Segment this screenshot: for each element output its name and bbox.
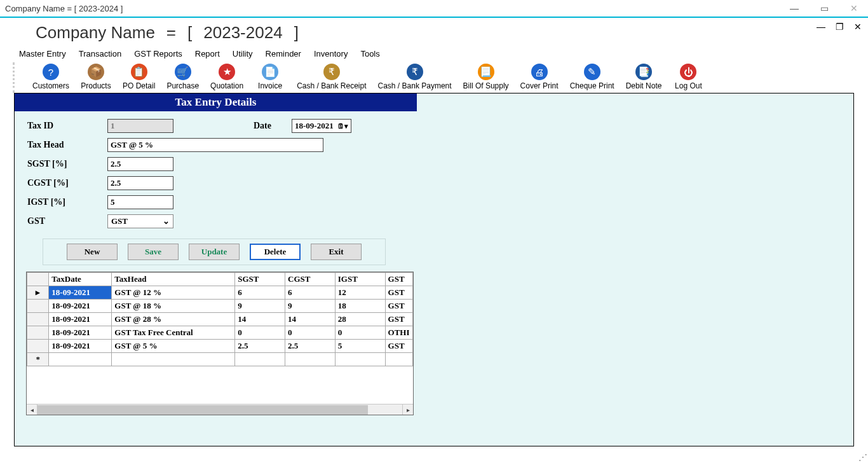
scroll-left-arrow[interactable]: ◂ [27,404,37,415]
cell-taxhead[interactable]: GST Tax Free Central [112,326,235,340]
cgst-input[interactable] [107,176,173,190]
cell-cgst[interactable]: 14 [285,313,336,326]
toolbar-po[interactable]: 📋PO Detail [123,64,155,90]
update-button[interactable]: Update [189,244,240,260]
tax-table[interactable]: TaxDate TaxHead SGST CGST IGST GST ▸18-0… [27,272,413,366]
cell-taxhead[interactable]: GST @ 12 % [112,286,235,300]
toolbar-label: Purchase [166,81,199,90]
cell-taxdate[interactable]: 18-09-2021 [49,300,112,313]
col-cgst[interactable]: CGST [285,273,336,286]
exit-button[interactable]: Exit [311,244,362,260]
date-picker[interactable]: 18-09-2021 🗓▾ [292,119,351,133]
cell-taxhead[interactable]: GST @ 18 % [112,300,235,313]
tax-entry-form: Tax ID Date 18-09-2021 🗓▾ Tax Head SGST … [27,119,409,233]
cell-empty[interactable] [285,353,336,366]
new-button[interactable]: New [67,244,118,260]
save-button[interactable]: Save [128,244,179,260]
calendar-icon[interactable]: 🗓▾ [337,122,348,130]
cell-empty[interactable] [49,353,112,366]
cell-igst[interactable]: 28 [335,313,385,326]
cell-cgst[interactable]: 6 [285,286,336,300]
company-header: Company Name = [ 2023-2024 ] [0,18,868,45]
cell-empty[interactable] [335,353,385,366]
cell-gst[interactable]: OTHI [385,326,412,340]
toolbar-products[interactable]: 📦Products [81,64,111,90]
menu-report[interactable]: Report [195,49,220,59]
toolbar-quotation[interactable]: ★Quotation [210,64,243,90]
cell-igst[interactable]: 0 [335,326,385,340]
inner-close-button[interactable]: ✕ [851,22,864,32]
cell-sgst[interactable]: 0 [235,326,285,340]
toolbar-logout[interactable]: ⏻Log Out [673,64,703,90]
toolbar-purchase[interactable]: 🛒Purchase [166,64,199,90]
menu-gst-reports[interactable]: GST Reports [134,49,182,59]
toolbar-cashreceipt[interactable]: ₹Cash / Bank Receipt [297,64,366,90]
cell-gst[interactable]: GST [385,286,412,300]
table-row[interactable]: ▸18-09-2021GST @ 12 %6612GST [27,286,413,300]
tax-head-input[interactable] [107,138,323,152]
cell-gst[interactable]: GST [385,313,412,326]
cell-igst[interactable]: 18 [335,300,385,313]
sgst-input[interactable] [107,157,173,171]
row-indicator [27,313,49,326]
resize-grip-icon[interactable]: ⋰ [858,453,868,463]
scroll-right-arrow[interactable]: ▸ [402,404,413,415]
menu-reminder[interactable]: Reminder [266,49,301,59]
menu-master-entry[interactable]: Master Entry [19,49,66,59]
inner-restore-button[interactable]: ❐ [833,22,846,32]
close-button[interactable]: ✕ [845,2,863,15]
menu-tools[interactable]: Tools [360,49,379,59]
cell-empty[interactable] [385,353,412,366]
igst-input[interactable] [107,195,173,209]
toolbar-debitnote[interactable]: 📑Debit Note [626,64,662,90]
toolbar-cashpayment[interactable]: ₹Cash / Bank Payment [378,64,452,90]
cell-igst[interactable]: 5 [335,340,385,353]
cell-sgst[interactable]: 6 [235,286,285,300]
menu-utility[interactable]: Utility [233,49,253,59]
toolbar-label: Products [81,81,111,90]
toolbar-billsupply[interactable]: 📃Bill Of Supply [463,64,509,90]
cell-taxhead[interactable]: GST @ 28 % [112,313,235,326]
cell-sgst[interactable]: 9 [235,300,285,313]
delete-button[interactable]: Delete [250,244,301,260]
table-row[interactable]: 18-09-2021GST @ 5 %2.52.55GST [27,340,413,353]
year-bracket-right: ] [294,23,299,43]
cell-cgst[interactable]: 0 [285,326,336,340]
cell-sgst[interactable]: 14 [235,313,285,326]
toolbar-chequeprint[interactable]: ✎Cheque Print [570,64,614,90]
cell-gst[interactable]: GST [385,340,412,353]
table-row[interactable]: 18-09-2021GST @ 28 %141428GST [27,313,413,326]
col-taxhead[interactable]: TaxHead [112,273,235,286]
col-gst[interactable]: GST [385,273,412,286]
cell-cgst[interactable]: 2.5 [285,340,336,353]
maximize-button[interactable]: ▭ [815,2,834,15]
toolbar-coverprint[interactable]: 🖨Cover Print [520,64,559,90]
cell-cgst[interactable]: 9 [285,300,336,313]
cell-taxdate[interactable]: 18-09-2021 [49,313,112,326]
minimize-button[interactable]: — [785,2,804,15]
cell-taxdate[interactable]: 18-09-2021 [49,340,112,353]
scroll-thumb[interactable] [37,405,368,415]
col-igst[interactable]: IGST [335,273,385,286]
menu-transaction[interactable]: Transaction [79,49,121,59]
cell-taxdate[interactable]: 18-09-2021 [49,286,112,300]
toolbar-label: Debit Note [626,81,662,90]
table-row[interactable]: 18-09-2021GST Tax Free Central000OTHI [27,326,413,340]
cell-igst[interactable]: 12 [335,286,385,300]
gst-type-select[interactable]: GST ⌄ [107,214,173,228]
table-row[interactable]: 18-09-2021GST @ 18 %9918GST [27,300,413,313]
cell-gst[interactable]: GST [385,300,412,313]
toolbar-customers[interactable]: ?Customers [32,64,69,90]
toolbar-invoice[interactable]: 📄Invoice [255,64,285,90]
horizontal-scrollbar[interactable]: ◂ ▸ [27,404,413,415]
cell-empty[interactable] [112,353,235,366]
cell-empty[interactable] [235,353,285,366]
col-sgst[interactable]: SGST [235,273,285,286]
menu-inventory[interactable]: Inventory [314,49,348,59]
new-row[interactable]: * [27,353,413,366]
col-taxdate[interactable]: TaxDate [49,273,112,286]
cell-taxhead[interactable]: GST @ 5 % [112,340,235,353]
cell-sgst[interactable]: 2.5 [235,340,285,353]
inner-minimize-button[interactable]: — [814,22,828,32]
cell-taxdate[interactable]: 18-09-2021 [49,326,112,340]
